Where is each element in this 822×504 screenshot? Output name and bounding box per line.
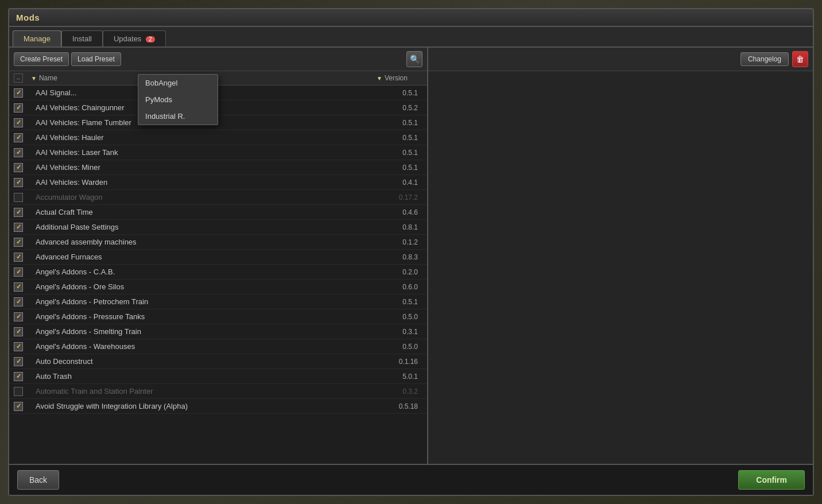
mod-row[interactable]: Angel's Addons - Petrochem Train0.5.1 <box>9 294 427 309</box>
mod-name: Avoid Struggle with Integration Library … <box>31 402 377 410</box>
load-preset-button[interactable]: Load Preset <box>71 52 121 66</box>
mod-version: 0.5.2 <box>377 104 422 112</box>
search-button[interactable]: 🔍 <box>406 51 422 67</box>
mod-name: Automatic Train and Station Painter <box>31 387 377 396</box>
create-preset-button[interactable]: Create Preset <box>14 52 69 66</box>
tabs-bar: Manage Install Updates 2 <box>9 27 813 48</box>
mod-version: 0.2.0 <box>377 268 422 276</box>
mod-checkbox[interactable] <box>14 148 23 157</box>
changelog-button[interactable]: Changelog <box>740 52 789 66</box>
window-title: Mods <box>16 13 40 22</box>
mod-row[interactable]: Auto Trash5.0.1 <box>9 369 427 384</box>
bottom-bar: Back Confirm <box>9 464 813 495</box>
mod-version: 0.5.1 <box>377 149 422 157</box>
main-window: Mods Manage Install Updates 2 Create Pre… <box>8 8 814 496</box>
mod-name: Angel's Addons - Warehouses <box>31 342 377 351</box>
right-toolbar: Changelog 🗑 <box>428 48 813 71</box>
mod-row[interactable]: Advanced assembly machines0.1.2 <box>9 235 427 250</box>
mod-row[interactable]: Angel's Addons - Pressure Tanks0.5.0 <box>9 309 427 324</box>
delete-button[interactable]: 🗑 <box>792 51 808 67</box>
mod-checkbox[interactable] <box>14 372 23 381</box>
mod-checkbox[interactable] <box>14 342 23 351</box>
mod-row[interactable]: Actual Craft Time0.4.6 <box>9 205 427 220</box>
mod-row[interactable]: Angel's Addons - Ore Silos0.6.0 <box>9 280 427 294</box>
mod-checkbox[interactable] <box>14 327 23 336</box>
mod-checkbox[interactable] <box>14 387 23 396</box>
mod-row[interactable]: AAI Vehicles: Hauler0.5.1 <box>9 130 427 145</box>
mod-list: AAI Signal...0.5.1AAI Vehicles: Chaingun… <box>9 86 427 464</box>
title-bar: Mods <box>9 9 813 27</box>
mod-name: Advanced assembly machines <box>31 238 377 246</box>
updates-badge: 2 <box>146 36 155 42</box>
mod-row[interactable]: AAI Vehicles: Laser Tank0.5.1 <box>9 145 427 160</box>
tab-install[interactable]: Install <box>61 30 103 46</box>
tab-manage[interactable]: Manage <box>13 30 61 46</box>
preset-item-industrial[interactable]: Industrial R. <box>138 108 218 125</box>
search-icon: 🔍 <box>410 55 420 64</box>
mod-version: 0.5.1 <box>377 134 422 142</box>
mod-row[interactable]: Avoid Struggle with Integration Library … <box>9 399 427 414</box>
mod-version: 0.5.1 <box>377 298 422 306</box>
mod-version: 0.3.2 <box>377 387 422 396</box>
mod-checkbox[interactable] <box>14 88 23 98</box>
mod-checkbox[interactable] <box>14 402 23 411</box>
mod-row[interactable]: AAI Vehicles: Warden0.4.1 <box>9 175 427 190</box>
back-button[interactable]: Back <box>17 470 59 490</box>
mod-version: 0.1.2 <box>377 238 422 246</box>
version-sort-arrow: ▼ <box>377 75 382 82</box>
mod-row[interactable]: Angel's Addons - C.A.B.0.2.0 <box>9 265 427 280</box>
mod-version: 0.4.1 <box>377 179 422 187</box>
mod-version: 0.6.0 <box>377 283 422 291</box>
mod-name: Auto Deconstruct <box>31 357 377 366</box>
mod-name: Angel's Addons - Pressure Tanks <box>31 312 377 321</box>
mod-checkbox[interactable] <box>14 193 23 202</box>
mod-name: AAI Vehicles: Laser Tank <box>31 148 377 157</box>
mod-name: Accumulator Wagon <box>31 193 377 201</box>
mod-checkbox[interactable] <box>14 357 23 366</box>
header-version[interactable]: ▼ Version <box>377 74 422 82</box>
mod-name: Auto Trash <box>31 372 377 381</box>
mod-row[interactable]: Advanced Furnaces0.8.3 <box>9 250 427 265</box>
mod-name: Angel's Addons - Petrochem Train <box>31 297 377 306</box>
preset-item-pymods[interactable]: PyMods <box>138 91 218 108</box>
mod-row[interactable]: Accumulator Wagon0.17.2 <box>9 190 427 205</box>
mod-name: AAI Vehicles: Warden <box>31 178 377 187</box>
mod-row[interactable]: Additional Paste Settings0.8.1 <box>9 220 427 235</box>
mod-version: 0.5.0 <box>377 313 422 321</box>
mod-checkbox[interactable] <box>14 297 23 307</box>
mod-checkbox[interactable] <box>14 208 23 217</box>
mod-name: Angel's Addons - Smelting Train <box>31 327 377 336</box>
confirm-button[interactable]: Confirm <box>738 470 805 490</box>
mod-checkbox[interactable] <box>14 178 23 187</box>
mod-name: AAI Vehicles: Hauler <box>31 133 377 142</box>
header-checkbox[interactable]: – <box>14 73 23 83</box>
mod-version: 0.5.1 <box>377 119 422 127</box>
mod-row[interactable]: Angel's Addons - Warehouses0.5.0 <box>9 339 427 354</box>
mod-row[interactable]: AAI Vehicles: Miner0.5.1 <box>9 160 427 175</box>
mod-name: Angel's Addons - C.A.B. <box>31 267 377 276</box>
header-check: – <box>14 73 31 83</box>
mod-version: 0.5.1 <box>377 89 422 97</box>
mod-checkbox[interactable] <box>14 223 23 232</box>
preset-item-bobangel[interactable]: BobAngel <box>138 75 218 91</box>
content-area: Create Preset Load Preset BobAngel PyMod… <box>9 48 813 464</box>
mod-checkbox[interactable] <box>14 253 23 262</box>
tab-updates[interactable]: Updates 2 <box>103 30 166 46</box>
mod-version: 0.5.18 <box>377 402 422 410</box>
delete-icon: 🗑 <box>796 55 804 64</box>
mod-row[interactable]: Angel's Addons - Smelting Train0.3.1 <box>9 324 427 339</box>
mod-row[interactable]: Automatic Train and Station Painter0.3.2 <box>9 384 427 399</box>
mod-checkbox[interactable] <box>14 103 23 113</box>
preset-dropdown: BobAngel PyMods Industrial R. <box>138 74 218 125</box>
mod-row[interactable]: Auto Deconstruct0.1.16 <box>9 354 427 369</box>
right-panel: Changelog 🗑 <box>428 48 813 464</box>
mod-checkbox[interactable] <box>14 238 23 247</box>
mod-checkbox[interactable] <box>14 163 23 172</box>
mod-version: 5.0.1 <box>377 373 422 381</box>
mod-checkbox[interactable] <box>14 312 23 321</box>
mod-name: Additional Paste Settings <box>31 223 377 231</box>
mod-checkbox[interactable] <box>14 133 23 142</box>
mod-checkbox[interactable] <box>14 118 23 127</box>
mod-checkbox[interactable] <box>14 267 23 277</box>
mod-checkbox[interactable] <box>14 282 23 292</box>
